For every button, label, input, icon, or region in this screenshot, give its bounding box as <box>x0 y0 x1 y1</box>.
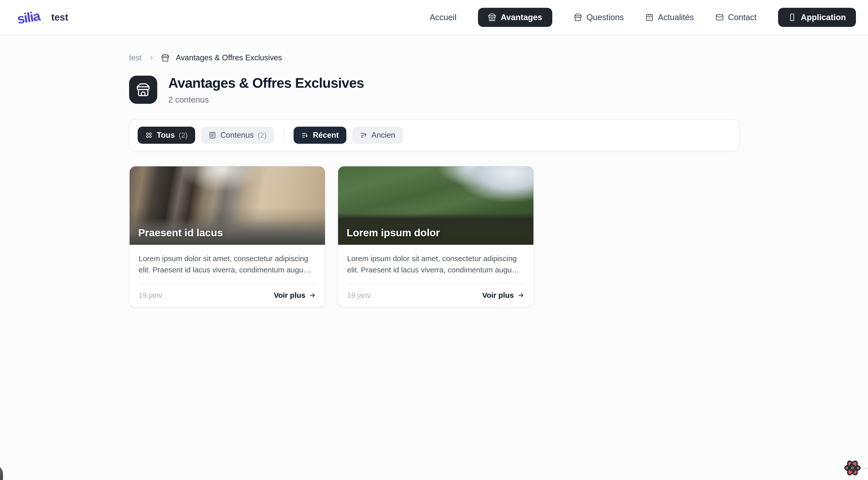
nav-item-contact[interactable]: Contact <box>716 12 757 22</box>
filter-tab-tous-count: (2) <box>179 131 188 140</box>
document-icon <box>209 131 216 139</box>
nav-item-contact-label: Contact <box>728 12 757 22</box>
filter-tab-contenus-label: Contenus <box>220 131 254 140</box>
card-body: Lorem ipsum dolor sit amet, consectetur … <box>130 245 325 307</box>
chevron-right-icon <box>148 55 155 61</box>
smartphone-icon <box>788 13 796 21</box>
card-excerpt: Lorem ipsum dolor sit amet, consectetur … <box>138 253 317 275</box>
nav-item-accueil-label: Accueil <box>430 12 456 22</box>
nav-item-avantages[interactable]: Avantages <box>478 8 552 27</box>
sort-button-recent-label: Récent <box>313 131 339 140</box>
arrow-right-icon <box>517 292 524 299</box>
top-navigation-bar: silia test Accueil Avantages Questi <box>0 0 868 35</box>
main-nav: Accueil Avantages Questions <box>430 8 856 27</box>
sort-button-ancien-label: Ancien <box>371 131 395 140</box>
filter-tab-contenus[interactable]: Contenus (2) <box>201 127 274 144</box>
workspace-name: test <box>51 12 68 23</box>
application-button-label: Application <box>801 12 846 22</box>
breadcrumb: test Avantages & Offres Exclusives <box>129 53 868 62</box>
storefront-icon <box>488 13 496 21</box>
nav-item-actualites-label: Actualités <box>658 12 694 22</box>
nav-item-actualites[interactable]: Actualités <box>646 12 694 22</box>
card-see-more-link[interactable]: Voir plus <box>482 291 524 300</box>
nav-item-questions-label: Questions <box>586 12 624 22</box>
storefront-icon <box>161 54 169 62</box>
calendar-icon <box>646 13 653 21</box>
sort-descending-icon <box>301 131 309 139</box>
brand-logo[interactable]: silia <box>14 6 42 28</box>
main-content: test Avantages & Offres Exclusives Avant… <box>0 35 868 308</box>
card-date: 19 janv. <box>347 291 372 300</box>
sort-button-ancien[interactable]: Ancien <box>352 127 403 144</box>
card-see-more-label: Voir plus <box>274 291 305 300</box>
arrow-right-icon <box>309 292 316 299</box>
filter-tab-contenus-count: (2) <box>258 131 267 140</box>
storefront-icon <box>574 13 582 21</box>
application-button[interactable]: Application <box>778 8 856 27</box>
card-see-more-label: Voir plus <box>482 291 514 300</box>
toolbar-divider <box>284 127 284 143</box>
react-query-atom-icon <box>843 459 862 477</box>
content-card-grid: Praesent id lacus Lorem ipsum dolor sit … <box>129 166 868 308</box>
page-header-texts: Avantages & Offres Exclusives 2 contenus <box>168 75 364 104</box>
sort-ascending-icon <box>360 131 367 139</box>
brand: silia test <box>16 8 68 26</box>
card-title: Lorem ipsum dolor <box>347 227 440 239</box>
react-query-devtools-button[interactable] <box>843 459 862 477</box>
nav-item-questions[interactable]: Questions <box>574 12 624 22</box>
breadcrumb-root-link[interactable]: test <box>129 53 142 62</box>
card-body: Lorem ipsum dolor sit amet, consectetur … <box>338 245 533 307</box>
nav-item-accueil[interactable]: Accueil <box>430 12 456 22</box>
card-footer: 19 janv. Voir plus <box>138 284 316 300</box>
content-card[interactable]: Lorem ipsum dolor Lorem ipsum dolor sit … <box>338 166 534 308</box>
filter-tab-tous-label: Tous <box>157 131 175 140</box>
card-date: 19 janv. <box>138 291 163 300</box>
card-see-more-link[interactable]: Voir plus <box>274 291 316 300</box>
card-cover-image: Praesent id lacus <box>130 167 325 245</box>
card-excerpt: Lorem ipsum dolor sit amet, consectetur … <box>347 253 525 275</box>
card-title: Praesent id lacus <box>138 227 223 239</box>
card-footer: 19 janv. Voir plus <box>347 284 524 300</box>
content-card[interactable]: Praesent id lacus Lorem ipsum dolor sit … <box>129 166 326 308</box>
page-header: Avantages & Offres Exclusives 2 contenus <box>129 75 868 104</box>
breadcrumb-current: Avantages & Offres Exclusives <box>176 53 282 62</box>
devtools-left-tab[interactable] <box>0 465 3 480</box>
filter-tab-tous[interactable]: Tous (2) <box>137 127 195 144</box>
card-cover-image: Lorem ipsum dolor <box>338 167 533 245</box>
page-title: Avantages & Offres Exclusives <box>168 75 364 91</box>
grid-dots-icon <box>145 131 153 139</box>
page-subtitle: 2 contenus <box>168 95 364 104</box>
filter-toolbar: Tous (2) Contenus (2) Récent Ancien <box>129 119 740 151</box>
mail-icon <box>716 13 723 21</box>
sort-button-recent[interactable]: Récent <box>293 127 346 144</box>
storefront-icon <box>136 83 150 97</box>
nav-item-avantages-label: Avantages <box>501 12 542 22</box>
page-icon-box <box>129 76 157 104</box>
